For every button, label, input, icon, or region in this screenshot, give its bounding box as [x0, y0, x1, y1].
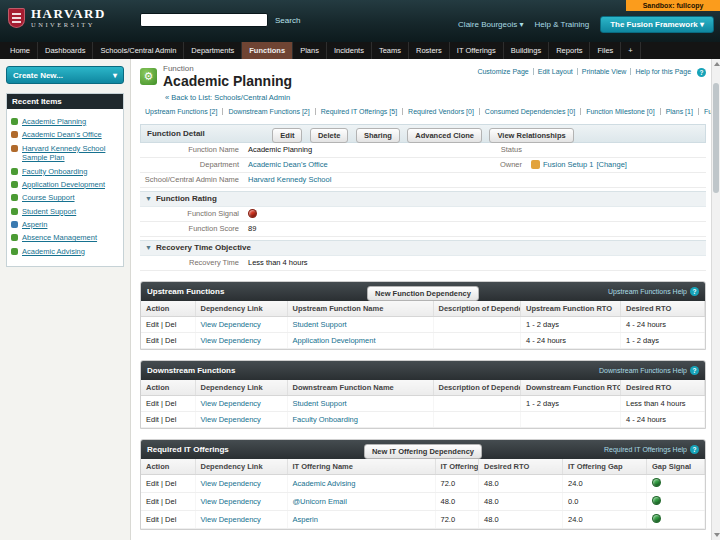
tab-buildings[interactable]: Buildings	[504, 42, 549, 59]
shortcut-downstream-functions[interactable]: Downstream Functions [2]	[223, 108, 315, 115]
scroll-down-arrow-icon[interactable]	[714, 533, 720, 537]
rto-section-header[interactable]: ▼ Recovery Time Objective	[140, 240, 706, 256]
create-new-button[interactable]: Create New... ▾	[6, 66, 124, 84]
view-relationships-button[interactable]: View Relationships	[489, 128, 573, 143]
shortcut-upstream-functions[interactable]: Upstream Functions [2]	[140, 108, 223, 115]
scroll-up-arrow-icon[interactable]	[714, 62, 720, 66]
advanced-clone-button[interactable]: Advanced Clone	[407, 128, 482, 143]
search-input[interactable]	[140, 13, 268, 27]
help-icon[interactable]: ?	[690, 287, 699, 296]
tab-plans[interactable]: Plans	[293, 42, 327, 59]
view-dependency-link[interactable]: View Dependency	[201, 415, 261, 424]
view-dependency-link[interactable]: View Dependency	[201, 399, 261, 408]
help-training-link[interactable]: Help & Training	[534, 20, 589, 29]
recent-item-application-development[interactable]: Application Development	[22, 180, 105, 189]
view-dependency-link[interactable]: View Dependency	[201, 515, 261, 524]
row-action-links[interactable]: Edit | Del	[141, 316, 195, 332]
change-owner-link[interactable]: [Change]	[596, 160, 626, 169]
column-header[interactable]: Upstream Function Name	[287, 301, 433, 317]
tab-add[interactable]: +	[621, 42, 640, 59]
user-menu[interactable]: Claire Bourgeois ▾	[458, 20, 523, 29]
scrollbar-thumb[interactable]	[713, 83, 719, 193]
tab-dashboards[interactable]: Dashboards	[38, 42, 93, 59]
help-icon[interactable]: ?	[697, 68, 706, 77]
help-icon[interactable]: ?	[690, 445, 699, 454]
edit-layout-link[interactable]: Edit Layout	[534, 68, 578, 75]
column-header[interactable]: Desired RTO	[621, 380, 705, 396]
help-for-page-link[interactable]: Help for this Page	[631, 68, 695, 75]
recent-item-asperin[interactable]: Asperin	[22, 220, 47, 229]
upstream-functions-help-link[interactable]: Upstream Functions Help	[608, 288, 687, 295]
row-action-links[interactable]: Edit | Del	[141, 510, 195, 528]
column-header[interactable]: IT Offering Name	[287, 459, 435, 475]
tab-schools-central-admin[interactable]: Schools/Central Admin	[93, 42, 184, 59]
owner-link[interactable]: Fusion Setup 1	[543, 160, 593, 169]
view-dependency-link[interactable]: View Dependency	[201, 336, 261, 345]
column-header[interactable]: Downstream Function RTO	[521, 380, 621, 396]
back-to-list-link[interactable]: « Back to List: Schools/Central Admin	[165, 93, 290, 102]
delete-button[interactable]: Delete	[310, 128, 349, 143]
column-header[interactable]: Downstream Function Name	[287, 380, 433, 396]
function-name-link[interactable]: Faculty Onboarding	[293, 415, 358, 424]
department-link[interactable]: Academic Dean's Office	[248, 160, 328, 169]
tab-reports[interactable]: Reports	[549, 42, 590, 59]
column-header[interactable]: Desired RTO	[479, 459, 563, 475]
customize-page-link[interactable]: Customize Page	[473, 68, 533, 75]
it-offering-name-link[interactable]: Asperin	[293, 515, 318, 524]
column-header[interactable]: Dependency Link	[195, 459, 287, 475]
view-dependency-link[interactable]: View Dependency	[201, 479, 261, 488]
column-header[interactable]: Description of Dependency	[433, 301, 521, 317]
row-action-links[interactable]: Edit | Del	[141, 411, 195, 427]
row-action-links[interactable]: Edit | Del	[141, 492, 195, 510]
column-header[interactable]: Upstream Function RTO	[521, 301, 621, 317]
tab-teams[interactable]: Teams	[372, 42, 409, 59]
recent-item-student-support[interactable]: Student Support	[22, 207, 76, 216]
recent-item-academic-planning[interactable]: Academic Planning	[22, 117, 86, 126]
column-header[interactable]: Gap Signal	[647, 459, 705, 475]
view-dependency-link[interactable]: View Dependency	[201, 497, 261, 506]
recent-item-academic-deans-office[interactable]: Academic Dean's Office	[22, 130, 102, 139]
view-dependency-link[interactable]: View Dependency	[201, 320, 261, 329]
it-offering-name-link[interactable]: @Unicorn Email	[293, 497, 347, 506]
column-header[interactable]: IT Offering RTO	[435, 459, 479, 475]
column-header[interactable]: Action	[141, 301, 195, 317]
column-header[interactable]: Action	[141, 459, 195, 475]
shortcut-required-it-offerings[interactable]: Required IT Offerings [5]	[316, 108, 403, 115]
column-header[interactable]: Dependency Link	[195, 380, 287, 396]
help-icon[interactable]: ?	[690, 366, 699, 375]
row-action-links[interactable]: Edit | Del	[141, 395, 195, 411]
function-rating-section-header[interactable]: ▼ Function Rating	[140, 191, 706, 207]
school-link[interactable]: Harvard Kennedy School	[248, 175, 331, 184]
tab-incidents[interactable]: Incidents	[327, 42, 372, 59]
column-header[interactable]: Action	[141, 380, 195, 396]
new-it-offering-dependency-button[interactable]: New IT Offering Dependency	[364, 444, 482, 459]
tab-rosters[interactable]: Rosters	[409, 42, 450, 59]
required-it-offerings-help-link[interactable]: Required IT Offerings Help	[604, 446, 687, 453]
tab-functions[interactable]: Functions	[242, 42, 293, 59]
vertical-scrollbar[interactable]	[711, 59, 720, 540]
printable-view-link[interactable]: Printable View	[578, 68, 632, 75]
tab-it-offerings[interactable]: IT Offerings	[450, 42, 504, 59]
column-header[interactable]: Desired RTO	[621, 301, 705, 317]
function-name-link[interactable]: Student Support	[293, 399, 347, 408]
search-button[interactable]: Search	[275, 16, 300, 25]
app-menu-button[interactable]: The Fusion Framework ▾	[600, 16, 714, 33]
function-name-link[interactable]: Application Development	[293, 336, 376, 345]
recent-item-course-support[interactable]: Course Support	[22, 193, 75, 202]
column-header[interactable]: IT Offering Gap	[563, 459, 647, 475]
tab-home[interactable]: Home	[3, 42, 38, 59]
sharing-button[interactable]: Sharing	[356, 128, 400, 143]
shortcut-consumed-dependencies[interactable]: Consumed Dependencies [0]	[480, 108, 581, 115]
shortcut-function-milestone[interactable]: Function Milestone [0]	[581, 108, 660, 115]
row-action-links[interactable]: Edit | Del	[141, 332, 195, 348]
recent-item-faculty-onboarding[interactable]: Faculty Onboarding	[22, 167, 87, 176]
row-action-links[interactable]: Edit | Del	[141, 474, 195, 492]
new-function-dependency-button[interactable]: New Function Dependency	[367, 286, 479, 301]
function-name-link[interactable]: Student Support	[293, 320, 347, 329]
shortcut-required-vendors[interactable]: Required Vendors [0]	[403, 108, 480, 115]
it-offering-name-link[interactable]: Academic Advising	[293, 479, 356, 488]
edit-button[interactable]: Edit	[272, 128, 302, 143]
tab-departments[interactable]: Departments	[184, 42, 242, 59]
column-header[interactable]: Description of Dependency	[433, 380, 521, 396]
shortcut-plans[interactable]: Plans [1]	[661, 108, 699, 115]
